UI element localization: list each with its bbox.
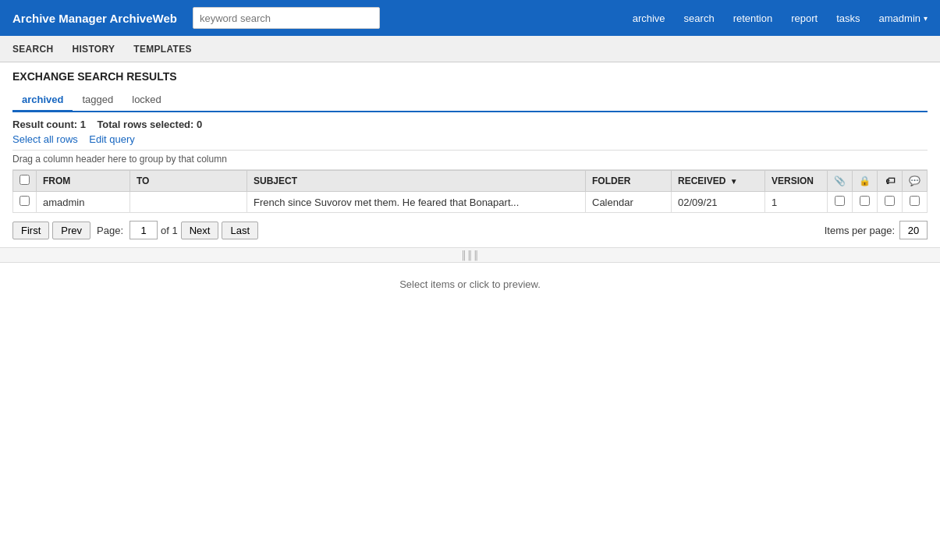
col-header-check: [13, 171, 37, 192]
total-rows: 0: [197, 119, 202, 130]
preview-area: Select items or click to preview.: [0, 263, 940, 306]
subnav-search[interactable]: SEARCH: [12, 44, 53, 55]
col-header-folder[interactable]: FOLDER: [586, 171, 672, 192]
nav-archive[interactable]: archive: [633, 12, 665, 24]
row-comment: [903, 192, 928, 213]
lock-icon: 🔒: [859, 175, 871, 186]
nav-tasks[interactable]: tasks: [836, 12, 860, 24]
col-header-received[interactable]: RECEIVED ▼: [672, 171, 765, 192]
col-header-from[interactable]: FROM: [37, 171, 130, 192]
col-received-label: RECEIVED: [678, 175, 725, 186]
row-received: 02/09/21: [672, 192, 765, 213]
col-header-subject[interactable]: SUBJECT: [247, 171, 586, 192]
tab-archived[interactable]: archived: [12, 89, 73, 112]
row-checkbox[interactable]: [20, 196, 30, 206]
nav-admin-dropdown[interactable]: amadmin ▾: [879, 12, 928, 24]
row-lock-checkbox[interactable]: [860, 196, 870, 206]
page-number-input[interactable]: [129, 221, 158, 239]
row-folder: Calendar: [586, 192, 672, 213]
col-header-attach: 📎: [828, 171, 853, 192]
nav-report[interactable]: report: [791, 12, 818, 24]
result-links: Select all rows Edit query: [12, 132, 928, 150]
row-version: 1: [765, 192, 828, 213]
row-tag: [878, 192, 903, 213]
row-attach-checkbox[interactable]: [835, 196, 845, 206]
nav-admin-arrow: ▾: [924, 14, 928, 23]
subnav-templates[interactable]: TEMPLATES: [133, 44, 191, 55]
tag-icon: 🏷: [885, 175, 895, 186]
nav-search[interactable]: search: [684, 12, 715, 24]
row-from: amadmin: [37, 192, 130, 213]
comment-icon: 💬: [909, 175, 920, 186]
row-subject: French since Suvorov met them. He feared…: [247, 192, 586, 213]
results-table: FROM TO SUBJECT FOLDER RECEIVED ▼ VERSIO…: [12, 170, 928, 213]
select-all-checkbox[interactable]: [20, 175, 30, 185]
header: Archive Manager ArchiveWeb archive searc…: [0, 0, 940, 36]
pagination: First Prev Page: of 1 Next Last Items pe…: [12, 213, 928, 247]
first-button[interactable]: First: [12, 222, 49, 239]
result-count-label: Result count:: [12, 119, 77, 130]
main-nav: archive search retention report tasks am…: [633, 12, 928, 24]
result-info: Result count: 1 Total rows selected: 0: [12, 112, 928, 132]
nav-retention[interactable]: retention: [733, 12, 773, 24]
col-header-comment: 💬: [903, 171, 928, 192]
prev-button[interactable]: Prev: [52, 222, 90, 239]
select-all-rows-link[interactable]: Select all rows: [12, 133, 78, 145]
next-button[interactable]: Next: [181, 222, 219, 239]
subnav: SEARCH HISTORY TEMPLATES: [0, 36, 940, 62]
page-title: EXCHANGE SEARCH RESULTS: [12, 70, 928, 83]
row-to: [130, 192, 247, 213]
edit-query-link[interactable]: Edit query: [89, 133, 135, 145]
last-button[interactable]: Last: [222, 222, 258, 239]
items-per-page-input[interactable]: [899, 221, 928, 239]
col-header-tag: 🏷: [878, 171, 903, 192]
divider-handle[interactable]: ║║║: [0, 247, 940, 263]
app-logo: Archive Manager ArchiveWeb: [12, 12, 177, 25]
table-header-row: FROM TO SUBJECT FOLDER RECEIVED ▼ VERSIO…: [13, 171, 928, 192]
items-per-page-label: Items per page:: [825, 225, 895, 236]
items-per-page-control: Items per page:: [825, 221, 928, 239]
row-lock: [853, 192, 878, 213]
nav-admin-label: amadmin: [879, 12, 920, 24]
result-count: 1: [80, 119, 86, 130]
of-label: of 1: [161, 225, 178, 236]
drag-hint: Drag a column header here to group by th…: [12, 150, 928, 170]
tab-bar: archived tagged locked: [12, 89, 928, 112]
subnav-history[interactable]: HISTORY: [72, 44, 115, 55]
search-box: [193, 7, 380, 29]
tab-locked[interactable]: locked: [122, 89, 171, 112]
row-attach: [828, 192, 853, 213]
row-tag-checkbox[interactable]: [885, 196, 895, 206]
table-body: amadminFrench since Suvorov met them. He…: [13, 192, 928, 213]
attachment-icon: 📎: [834, 175, 846, 186]
table-row: amadminFrench since Suvorov met them. He…: [13, 192, 928, 213]
col-header-to[interactable]: TO: [130, 171, 247, 192]
content-area: EXCHANGE SEARCH RESULTS archived tagged …: [0, 62, 940, 247]
row-checkbox-cell: [13, 192, 37, 213]
col-header-version[interactable]: VERSION: [765, 171, 828, 192]
tab-tagged[interactable]: tagged: [73, 89, 122, 112]
total-rows-label: Total rows selected:: [97, 119, 193, 130]
search-input[interactable]: [193, 7, 380, 29]
col-header-lock: 🔒: [853, 171, 878, 192]
page-label: Page:: [97, 225, 123, 236]
sort-arrow-icon: ▼: [730, 177, 738, 186]
row-comment-checkbox[interactable]: [910, 196, 920, 206]
preview-text: Select items or click to preview.: [399, 278, 541, 290]
